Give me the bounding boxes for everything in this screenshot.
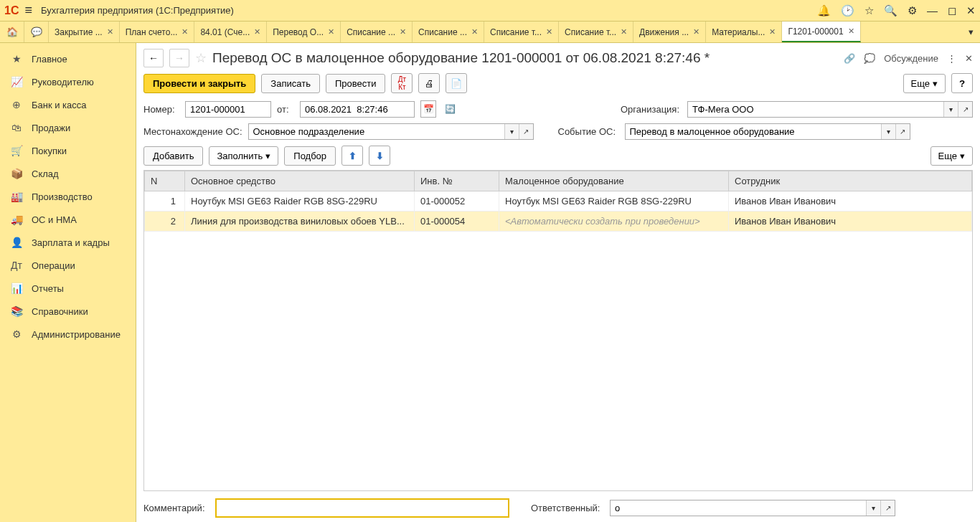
- sidebar-item[interactable]: 📚Справочники: [0, 300, 136, 323]
- tab-close-icon[interactable]: ✕: [328, 27, 334, 37]
- add-row-button[interactable]: Добавить: [143, 146, 203, 166]
- table-cell[interactable]: 2: [145, 212, 185, 232]
- sidebar-item[interactable]: 🚚ОС и НМА: [0, 208, 136, 231]
- sidebar-item[interactable]: ДтОперации: [0, 254, 136, 277]
- org-input[interactable]: [688, 102, 943, 117]
- close-app-icon[interactable]: ✕: [966, 4, 976, 17]
- responsible-input[interactable]: [611, 500, 866, 516]
- tab[interactable]: Закрытие ...✕: [49, 22, 120, 42]
- save-button[interactable]: Записать: [261, 74, 320, 93]
- menu-icon[interactable]: ≡: [24, 3, 32, 18]
- tab[interactable]: 84.01 (Сче...✕: [194, 22, 267, 42]
- tab[interactable]: Материалы...✕: [706, 22, 782, 42]
- tab[interactable]: Списание т...✕: [559, 22, 633, 42]
- table-cell[interactable]: 01-000054: [415, 212, 499, 232]
- tab[interactable]: Списание ...✕: [341, 22, 413, 42]
- table-cell[interactable]: Линия для производства виниловых обоев Y…: [185, 212, 415, 232]
- org-open-button[interactable]: ↗: [958, 102, 972, 117]
- star-icon[interactable]: ☆: [195, 50, 207, 66]
- table-cell[interactable]: <Автоматически создать при проведении>: [499, 212, 729, 232]
- tab-close-icon[interactable]: ✕: [621, 27, 627, 37]
- dtkt-button[interactable]: ДтКт: [391, 73, 413, 93]
- nav-back-button[interactable]: ←: [143, 49, 164, 67]
- tab-close-icon[interactable]: ✕: [471, 27, 478, 37]
- tab-close-icon[interactable]: ✕: [400, 27, 406, 37]
- tab-close-icon[interactable]: ✕: [107, 27, 113, 37]
- comment-input[interactable]: [215, 498, 509, 518]
- location-dropdown-button[interactable]: ▾: [504, 124, 519, 139]
- event-dropdown-button[interactable]: ▾: [881, 124, 895, 139]
- kebab-icon[interactable]: ⋮: [947, 53, 956, 64]
- tab[interactable]: Списание т...✕: [484, 22, 559, 42]
- chat-button[interactable]: 💬: [24, 22, 49, 42]
- sidebar-item[interactable]: ★Главное: [0, 47, 136, 70]
- discuss-icon[interactable]: 💭: [864, 53, 875, 64]
- discuss-label[interactable]: Обсуждение: [884, 53, 938, 64]
- link-icon[interactable]: 🔗: [844, 53, 855, 64]
- tab-close-icon[interactable]: ✕: [546, 27, 552, 37]
- table-row[interactable]: 2Линия для производства виниловых обоев …: [145, 212, 972, 232]
- responsible-open-button[interactable]: ↗: [880, 500, 895, 516]
- sidebar-item[interactable]: 🏭Производство: [0, 185, 136, 208]
- col-employee[interactable]: Сотрудник: [729, 171, 972, 191]
- help-button[interactable]: ?: [951, 73, 973, 93]
- sidebar-item[interactable]: 👤Зарплата и кадры: [0, 231, 136, 254]
- settings-icon[interactable]: ⚙: [908, 4, 917, 17]
- tab-close-icon[interactable]: ✕: [254, 27, 260, 37]
- col-number[interactable]: N: [145, 171, 185, 191]
- event-open-button[interactable]: ↗: [895, 124, 910, 139]
- sidebar-item[interactable]: ⚙Администрирование: [0, 323, 136, 346]
- bell-icon[interactable]: 🔔: [817, 4, 831, 17]
- table-cell[interactable]: Ноутбук MSI GE63 Raider RGB 8SG-229RU: [185, 191, 415, 212]
- sidebar-item[interactable]: 📈Руководителю: [0, 70, 136, 93]
- table-cell[interactable]: 1: [145, 191, 185, 212]
- table-cell[interactable]: Ноутбук MSI GE63 Raider RGB 8SG-229RU: [499, 191, 729, 212]
- nav-forward-button[interactable]: →: [169, 49, 189, 67]
- tab-close-icon[interactable]: ✕: [769, 27, 776, 37]
- close-doc-icon[interactable]: ✕: [965, 53, 973, 64]
- org-dropdown-button[interactable]: ▾: [943, 102, 958, 117]
- post-button[interactable]: Провести: [326, 74, 386, 93]
- history-icon[interactable]: 🕑: [841, 4, 854, 17]
- sidebar-item[interactable]: 🛍Продажи: [0, 116, 136, 139]
- search-sys-icon[interactable]: 🔍: [884, 4, 897, 17]
- event-input[interactable]: [626, 124, 881, 139]
- table-cell[interactable]: Иванов Иван Иванович: [729, 212, 972, 232]
- move-up-button[interactable]: ⬆: [341, 146, 363, 166]
- minimize-icon[interactable]: —: [927, 4, 938, 16]
- refresh-icon[interactable]: 🔄: [442, 100, 458, 118]
- col-asset[interactable]: Основное средство: [185, 171, 415, 191]
- table-row[interactable]: 1Ноутбук MSI GE63 Raider RGB 8SG-229RU01…: [145, 191, 972, 212]
- calendar-button[interactable]: 📅: [420, 100, 436, 118]
- maximize-icon[interactable]: ◻: [948, 4, 956, 17]
- tab-close-icon[interactable]: ✕: [848, 27, 854, 36]
- sidebar-item[interactable]: 📊Отчеты: [0, 277, 136, 300]
- table-more-button[interactable]: Еще ▾: [930, 146, 973, 166]
- tab[interactable]: Перевод О...✕: [267, 22, 341, 42]
- location-open-button[interactable]: ↗: [519, 124, 533, 139]
- print-button[interactable]: 🖨: [418, 73, 440, 93]
- col-lowvalue[interactable]: Малоценное оборудование: [499, 171, 729, 191]
- post-and-close-button[interactable]: Провести и закрыть: [143, 74, 255, 93]
- col-inventory[interactable]: Инв. №: [415, 171, 499, 191]
- doc-more-button[interactable]: Еще ▾: [903, 74, 946, 93]
- number-input[interactable]: [185, 101, 271, 118]
- fill-button[interactable]: Заполнить ▾: [209, 146, 278, 166]
- tab-close-icon[interactable]: ✕: [693, 27, 699, 37]
- favorite-icon[interactable]: ☆: [864, 4, 874, 17]
- tab[interactable]: Списание ...✕: [413, 22, 484, 42]
- location-input[interactable]: [249, 124, 504, 139]
- responsible-dropdown-button[interactable]: ▾: [866, 500, 880, 516]
- table-cell[interactable]: Иванов Иван Иванович: [729, 191, 972, 212]
- sidebar-item[interactable]: 📦Склад: [0, 162, 136, 185]
- move-down-button[interactable]: ⬇: [369, 146, 390, 166]
- sidebar-item[interactable]: ⊕Банк и касса: [0, 93, 136, 116]
- home-button[interactable]: 🏠: [0, 22, 24, 42]
- tabs-more-button[interactable]: ▾: [961, 22, 980, 42]
- date-input[interactable]: [300, 101, 415, 118]
- select-button[interactable]: Подбор: [284, 146, 336, 166]
- tab[interactable]: Г1201-000001✕: [782, 22, 860, 42]
- tab[interactable]: План счето...✕: [120, 22, 195, 42]
- report-button[interactable]: 📄: [446, 73, 467, 93]
- tab[interactable]: Движения ...✕: [633, 22, 706, 42]
